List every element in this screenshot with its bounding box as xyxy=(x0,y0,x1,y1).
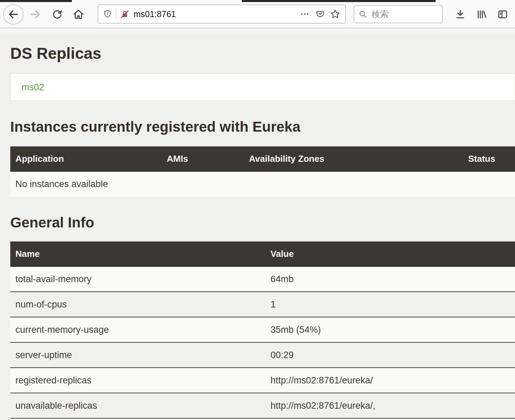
tab-strip-segment xyxy=(0,0,72,2)
search-magnifier-icon xyxy=(359,10,367,19)
sidebar-icon xyxy=(497,9,508,20)
url-bar[interactable]: ms01:8761 xyxy=(98,4,346,24)
no-instances-row: No instances available xyxy=(10,172,515,197)
column-header-amis: AMIs xyxy=(162,154,244,164)
eureka-dashboard-page: DS Replicas ms02 Instances currently reg… xyxy=(0,28,515,420)
page-actions-ellipsis-icon[interactable] xyxy=(300,9,310,19)
column-header-value: Value xyxy=(265,249,515,259)
instances-table: Application AMIs Availability Zones Stat… xyxy=(10,146,515,197)
table-row: unavailable-replicas http://ms02:8761/eu… xyxy=(10,393,515,419)
row-name: total-avail-memory xyxy=(10,274,265,285)
back-arrow-icon xyxy=(8,9,19,20)
library-icon xyxy=(476,9,487,20)
url-input[interactable]: ms01:8761 xyxy=(134,9,300,19)
reload-button[interactable] xyxy=(51,9,63,20)
general-info-table: Name Value total-avail-memory 64mb num-o… xyxy=(10,241,515,420)
column-header-status: Status xyxy=(463,154,515,164)
library-button[interactable] xyxy=(476,9,487,20)
table-row-partial xyxy=(10,419,515,420)
back-button[interactable] xyxy=(3,4,24,25)
table-row: total-avail-memory 64mb xyxy=(10,267,515,292)
home-button[interactable] xyxy=(73,9,84,20)
table-row: current-memory-usage 35mb (54%) xyxy=(10,317,515,343)
column-header-application: Application xyxy=(10,154,162,164)
url-bar-divider xyxy=(116,9,116,19)
table-row: num-of-cpus 1 xyxy=(10,292,515,317)
forward-button[interactable] xyxy=(29,9,41,20)
row-name: current-memory-usage xyxy=(10,325,265,335)
reload-icon xyxy=(52,9,63,20)
row-value: http://ms02:8761/eureka/, xyxy=(265,401,515,411)
column-header-availability-zones: Availability Zones xyxy=(244,154,463,164)
row-value: 1 xyxy=(265,299,515,310)
table-row: server-uptime 00:29 xyxy=(10,343,515,368)
row-name: server-uptime xyxy=(10,350,265,360)
row-name: unavailable-replicas xyxy=(10,401,265,411)
replica-link-ms02[interactable]: ms02 xyxy=(22,82,44,93)
row-value: 64mb xyxy=(265,274,515,285)
column-header-name: Name xyxy=(10,249,265,259)
tab-strip-segment xyxy=(242,0,436,2)
instances-table-header: Application AMIs Availability Zones Stat… xyxy=(10,146,515,172)
general-info-section-title: General Info xyxy=(10,214,515,232)
row-value: http://ms02:8761/eureka/ xyxy=(265,375,515,386)
browser-toolbar: ms01:8761 検索 xyxy=(0,0,515,28)
general-info-table-header: Name Value xyxy=(10,241,515,267)
row-name: num-of-cpus xyxy=(10,299,265,310)
forward-arrow-icon xyxy=(29,9,41,20)
download-icon xyxy=(455,9,466,20)
search-input[interactable]: 検索 xyxy=(354,5,443,23)
home-icon xyxy=(73,9,84,20)
tracking-protection-shield-icon[interactable] xyxy=(103,10,112,18)
sidebar-toggle-button[interactable] xyxy=(497,9,508,20)
insecure-lock-icon[interactable] xyxy=(120,10,129,19)
row-value: 35mb (54%) xyxy=(265,325,515,335)
row-name: registered-replicas xyxy=(10,375,265,386)
row-value: 00:29 xyxy=(265,350,515,360)
instances-section-title: Instances currently registered with Eure… xyxy=(10,118,515,136)
search-placeholder: 検索 xyxy=(372,9,389,20)
table-row: registered-replicas http://ms02:8761/eur… xyxy=(10,368,515,393)
downloads-button[interactable] xyxy=(455,9,466,20)
pocket-save-icon[interactable] xyxy=(315,9,325,19)
bookmark-star-icon[interactable] xyxy=(330,9,340,19)
ds-replicas-panel: ms02 xyxy=(10,74,515,101)
page-title: DS Replicas xyxy=(10,28,515,63)
